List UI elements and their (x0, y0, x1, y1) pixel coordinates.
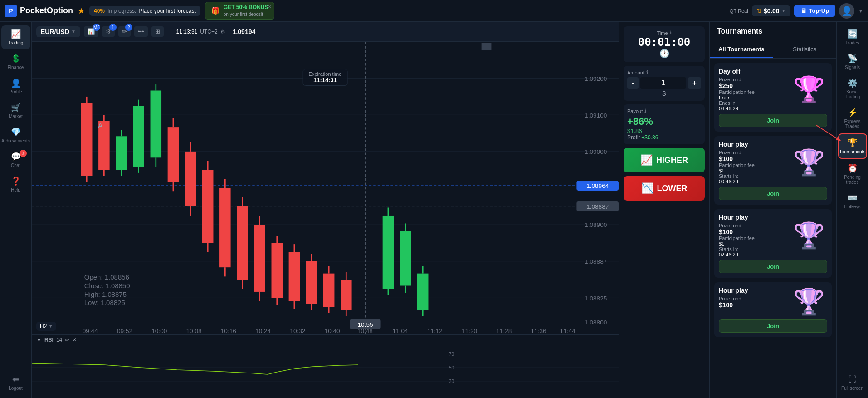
higher-button[interactable]: 📈 HIGHER (624, 148, 705, 172)
trophy-display-3: 🏆 (791, 214, 827, 257)
svg-rect-43 (185, 152, 196, 206)
prize-value-4: $100 (719, 301, 733, 309)
amount-input[interactable]: 1 (640, 77, 686, 89)
svg-rect-25 (81, 103, 93, 176)
sidebar-item-chat[interactable]: 3 💬 Chat (1, 148, 30, 172)
chart-grid-btn[interactable]: ⊞ (151, 26, 164, 37)
expiry-label: Expiration time (309, 71, 342, 77)
svg-text:09:52: 09:52 (117, 328, 132, 334)
close-icon[interactable]: ✕ (72, 337, 77, 343)
svg-rect-76 (400, 231, 411, 286)
chart-container: EUR/USD ▼ M5 📊 1 ⚙ 2 ✏ ••• ⊞ 11:13:31 UT… (32, 22, 619, 398)
starts-value-3: 02:46:29 (719, 252, 738, 257)
sidebar-item-achievements[interactable]: 💎 Achievements (1, 123, 30, 147)
tournaments-panel: Tournaments All Tournaments Statistics D… (709, 22, 836, 398)
sidebar-item-logout[interactable]: ⬅ Logout (1, 371, 30, 394)
sidebar-item-market[interactable]: 🛒 Market (1, 99, 30, 123)
account-type: QT Real (730, 8, 748, 14)
sidebar-item-help[interactable]: ❓ Help (1, 172, 30, 196)
market-icon: 🛒 (11, 103, 21, 113)
join-button-hour1[interactable]: Join (719, 187, 827, 200)
express-icon: ⚡ (848, 108, 858, 118)
svg-rect-49 (219, 188, 231, 268)
prize-label-2: Prize fund (719, 150, 741, 155)
timeframe-selector[interactable]: H2 ▼ (36, 322, 56, 331)
svg-text:10:48: 10:48 (357, 328, 373, 334)
svg-text:09:44: 09:44 (83, 328, 98, 334)
svg-text:1.08964: 1.08964 (586, 183, 609, 190)
prize-value-3: $100 (719, 228, 733, 236)
lower-icon: 📉 (641, 182, 653, 194)
join-button-hour3[interactable]: Join (719, 319, 827, 333)
svg-text:50: 50 (449, 365, 454, 370)
chart-indicators-btn[interactable]: 1 ⚙ (102, 26, 115, 37)
topup-button[interactable]: 🖥 Top-Up (794, 5, 836, 17)
svg-text:1.08800: 1.08800 (585, 319, 607, 326)
rsi-header: ▼ RSI 14 ✏ ✕ (32, 335, 619, 345)
payout-label-text: Payout (627, 108, 643, 114)
chart-more-btn[interactable]: ••• (134, 26, 148, 37)
svg-rect-58 (271, 243, 283, 298)
logo[interactable]: P PocketOption (5, 5, 73, 17)
lower-button[interactable]: 📉 LOWER (624, 176, 705, 201)
collapse-icon[interactable]: ▼ (36, 337, 42, 343)
main-layout: 📈 Trading 💲 Finance 👤 Profile 🛒 Market 💎… (0, 22, 868, 398)
chart-type-candle-btn[interactable]: M5 📊 (84, 26, 98, 37)
sidebar-item-trading[interactable]: 📈 Trading (1, 25, 30, 49)
right-sidebar-label-hotkeys: Hotkeys (844, 204, 860, 209)
tournaments-title: Tournaments (717, 27, 762, 35)
join-button-dayoff[interactable]: Join (719, 114, 827, 127)
higher-icon: 📈 (640, 154, 653, 166)
tab-all-tournaments[interactable]: All Tournaments (710, 41, 773, 58)
settings-icon[interactable]: ⚙ (220, 29, 225, 35)
hotkeys-icon: ⌨️ (848, 193, 858, 203)
rsi-panel: ▼ RSI 14 ✏ ✕ 70 50 30 (32, 334, 619, 398)
chevron-down-icon[interactable]: ▼ (858, 8, 863, 14)
svg-text:Low: 1.08825: Low: 1.08825 (84, 300, 125, 307)
progress-label: Place your first forecast (139, 8, 195, 14)
balance-display[interactable]: ⇅ $0.00 ▼ (752, 5, 790, 16)
right-sidebar-item-social[interactable]: ⚙️ Social Trading (838, 74, 867, 103)
right-sidebar-item-signals[interactable]: 📡 Signals (838, 50, 867, 74)
sidebar-item-finance[interactable]: 💲 Finance (1, 50, 30, 74)
favorite-icon[interactable]: ★ (78, 6, 85, 16)
sidebar-item-profile[interactable]: 👤 Profile (1, 74, 30, 98)
right-sidebar: 🔄 Trades 📡 Signals ⚙️ Social Trading ⚡ E… (836, 22, 868, 398)
prize-value: $250 (719, 82, 733, 89)
svg-text:11:12: 11:12 (427, 328, 443, 334)
arrow-annotation (812, 121, 848, 143)
avatar[interactable]: 👤 (839, 3, 854, 19)
right-sidebar-item-pending[interactable]: ⏰ Pending trades (838, 160, 867, 188)
amount-value: $ (627, 90, 701, 97)
payout-percentage: +86% (627, 116, 701, 128)
svg-rect-52 (237, 206, 248, 280)
right-sidebar-item-fullscreen[interactable]: ⛶ Full screen (838, 371, 867, 394)
fee-label-2: Participation fee (719, 162, 755, 168)
chart-draw-btn[interactable]: 2 ✏ (118, 26, 131, 37)
sidebar-label-help: Help (11, 187, 20, 192)
right-sidebar-item-hotkeys[interactable]: ⌨️ Hotkeys (838, 189, 867, 213)
time-value: 00:01:00 (627, 36, 701, 49)
right-sidebar-item-trades[interactable]: 🔄 Trades (838, 25, 867, 49)
lower-label: LOWER (657, 184, 688, 193)
svg-text:1.09100: 1.09100 (585, 112, 607, 119)
fee-val-row: Free (719, 95, 787, 100)
progress-indicator[interactable]: 40% In progress: Place your first foreca… (89, 6, 200, 16)
symbol-selector[interactable]: EUR/USD ▼ (36, 26, 80, 37)
ends-value: 08:46:29 (719, 106, 738, 111)
rsi-chart: 70 50 30 (32, 345, 619, 390)
amount-minus-button[interactable]: - (627, 77, 639, 89)
tf-value: H2 (40, 323, 47, 329)
prize-value-2: $100 (719, 155, 733, 162)
sidebar-label-achievements: Achievements (1, 138, 30, 143)
bonus-banner[interactable]: 🎁 GET 50% BONUS on your first deposit ✕ (205, 2, 274, 20)
edit-icon[interactable]: ✏ (65, 337, 69, 343)
tab-statistics[interactable]: Statistics (773, 41, 837, 58)
svg-text:1.08825: 1.08825 (585, 295, 607, 302)
chart-body[interactable]: Expiration time 11:14:31 1.09200 1.09 (32, 42, 619, 334)
right-sidebar-item-tournaments[interactable]: 🏆 Tournaments (838, 133, 867, 159)
close-icon[interactable]: ✕ (268, 4, 271, 9)
join-button-hour2[interactable]: Join (719, 260, 827, 273)
amount-plus-button[interactable]: + (688, 77, 701, 89)
tf-h2[interactable]: H2 ▼ (36, 322, 56, 331)
